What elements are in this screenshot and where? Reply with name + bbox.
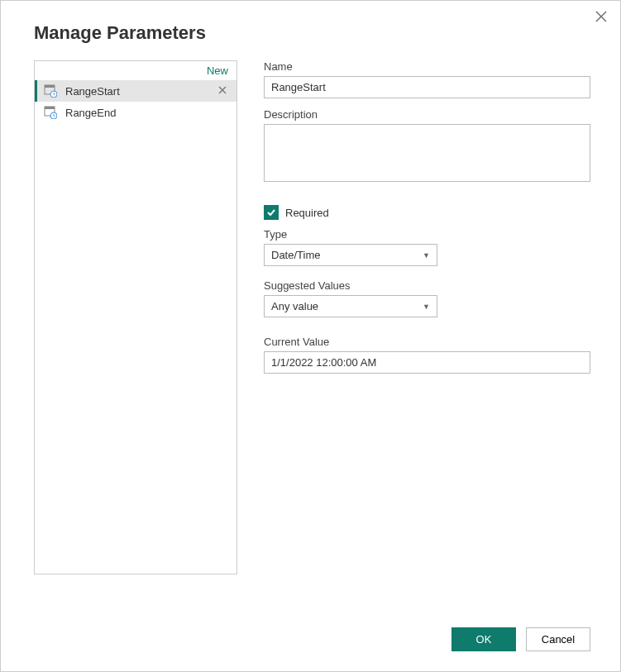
svg-rect-1 [45,85,55,88]
suggested-values-dropdown[interactable]: Any value ▼ [264,295,437,317]
parameter-list: New RangeStart [34,60,237,574]
required-checkbox[interactable] [264,205,279,220]
parameter-item-rangestart[interactable]: RangeStart [35,80,236,102]
current-value-label: Current Value [264,336,590,348]
suggested-values-label: Suggested Values [264,279,590,292]
dialog-title: Manage Parameters [1,1,620,44]
type-label: Type [264,228,590,241]
chevron-down-icon: ▼ [423,303,430,311]
parameter-item-rangeend[interactable]: RangeEnd [35,102,236,123]
description-label: Description [264,108,590,121]
type-dropdown[interactable]: Date/Time ▼ [264,244,437,266]
chevron-down-icon: ▼ [423,251,430,260]
parameter-icon [44,106,57,119]
parameter-item-label: RangeStart [65,85,215,98]
parameter-details: Name Description Required Type Date/Time… [264,60,590,574]
type-value: Date/Time [271,249,320,261]
required-label: Required [285,207,329,219]
cancel-button[interactable]: Cancel [526,627,590,651]
description-input[interactable] [264,124,590,182]
current-value-input[interactable] [264,351,590,374]
suggested-values-value: Any value [271,300,318,312]
new-parameter-link[interactable]: New [35,61,236,80]
delete-parameter-icon[interactable] [215,85,230,97]
ok-button[interactable]: OK [451,627,516,651]
parameter-item-label: RangeEnd [65,107,230,119]
svg-rect-4 [45,107,55,109]
name-input[interactable] [264,76,590,98]
close-icon[interactable] [595,11,607,26]
parameter-icon [44,84,57,98]
name-label: Name [264,60,590,73]
